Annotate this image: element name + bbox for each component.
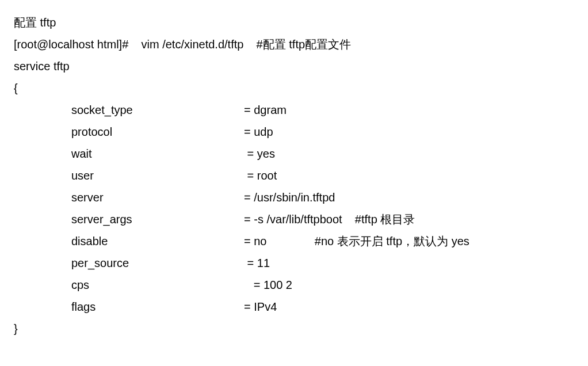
config-row: socket_type= dgram xyxy=(71,99,574,121)
config-row: cps = 100 2 xyxy=(71,274,574,296)
open-brace: { xyxy=(14,77,574,99)
config-key: user xyxy=(71,165,244,186)
config-key: server_args xyxy=(71,208,244,230)
config-val: = dgram xyxy=(244,99,287,121)
config-key: cps xyxy=(71,274,244,296)
config-val: = -s /var/lib/tftpboot xyxy=(244,208,342,230)
command-comment: #配置 tftp配置文件 xyxy=(257,38,351,51)
config-comment: #tftp 根目录 xyxy=(342,208,415,230)
config-val: = 11 xyxy=(244,252,270,274)
config-comment: #no 表示开启 tftp，默认为 yes xyxy=(266,230,469,252)
config-val: = yes xyxy=(244,143,275,165)
config-row: user = root xyxy=(71,165,574,186)
close-brace: } xyxy=(14,318,574,340)
service-line: service tftp xyxy=(14,55,574,77)
config-key: socket_type xyxy=(71,99,244,121)
config-val: = IPv4 xyxy=(244,296,277,318)
config-key: protocol xyxy=(71,121,244,143)
config-row: wait = yes xyxy=(71,143,574,165)
title-line: 配置 tftp xyxy=(14,12,574,33)
config-key: disable xyxy=(71,230,244,252)
config-row: flags= IPv4 xyxy=(71,296,574,318)
config-key: per_source xyxy=(71,252,244,274)
shell-prompt: [root@localhost html]# xyxy=(14,38,128,51)
config-row: protocol= udp xyxy=(71,121,574,143)
config-val: = no xyxy=(244,230,266,252)
config-block: socket_type= dgram protocol= udp wait = … xyxy=(14,99,574,318)
config-key: flags xyxy=(71,296,244,318)
config-val: = root xyxy=(244,165,277,186)
config-row: per_source = 11 xyxy=(71,252,574,274)
config-row: server_args= -s /var/lib/tftpboot #tftp … xyxy=(71,208,574,230)
config-val: = 100 2 xyxy=(244,274,292,296)
config-row: disable= no #no 表示开启 tftp，默认为 yes xyxy=(71,230,574,252)
config-key: wait xyxy=(71,143,244,165)
command-text: vim /etc/xinetd.d/tftp xyxy=(142,38,244,51)
config-key: server xyxy=(71,186,244,208)
config-row: server= /usr/sbin/in.tftpd xyxy=(71,186,574,208)
command-line: [root@localhost html]# vim /etc/xinetd.d… xyxy=(14,33,574,55)
config-val: = /usr/sbin/in.tftpd xyxy=(244,186,335,208)
config-val: = udp xyxy=(244,121,273,143)
